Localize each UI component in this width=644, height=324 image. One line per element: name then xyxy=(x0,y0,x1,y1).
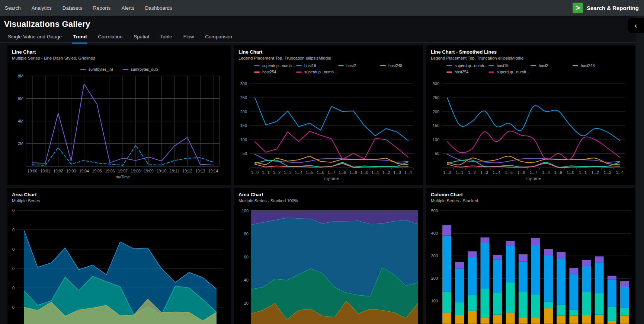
svg-text:1...1: 1...1 xyxy=(371,170,379,175)
area-chart-canvas[interactable]: 50100150200250300 xyxy=(12,206,225,324)
legend-label: host2 xyxy=(539,63,548,68)
svg-text:80: 80 xyxy=(244,232,249,236)
svg-text:2M: 2M xyxy=(18,141,23,146)
svg-text:19:08: 19:08 xyxy=(131,169,141,173)
chart-legend: superdup...numb...host19host2host248host… xyxy=(254,63,419,74)
legend-item[interactable]: superdup...numb... xyxy=(488,70,531,74)
dashboard-grid: Line ChartMultiple Series - Line Dash St… xyxy=(7,45,635,324)
nav-item-analytics[interactable]: Analytics xyxy=(32,5,52,11)
legend-swatch-icon xyxy=(380,65,386,66)
svg-text:1...2: 1...2 xyxy=(382,170,390,175)
svg-text:19:07: 19:07 xyxy=(118,169,128,173)
svg-text:1...3: 1...3 xyxy=(480,170,488,175)
tab-flow[interactable]: Flow xyxy=(183,33,194,42)
legend-item[interactable]: superdup...numb... xyxy=(446,63,488,68)
legend-swatch-icon xyxy=(446,65,452,66)
svg-text:1...4: 1...4 xyxy=(493,170,500,175)
top-nav-bar: SearchAnalyticsDatasetsReportsAlertsDash… xyxy=(0,0,644,16)
nav-item-datasets[interactable]: Datasets xyxy=(63,5,82,11)
line-chart-canvas[interactable]: 501001502002503001...01...11...21...31..… xyxy=(238,74,417,183)
tab-correlation[interactable]: Correlation xyxy=(98,33,122,42)
legend-item[interactable]: superdup...numb... xyxy=(296,70,338,74)
svg-text:400: 400 xyxy=(431,231,438,235)
svg-text:250: 250 xyxy=(433,95,439,100)
legend-item[interactable]: host19 xyxy=(296,63,338,68)
svg-text:1...3: 1...3 xyxy=(393,170,401,175)
svg-text:150: 150 xyxy=(433,123,439,128)
legend-item[interactable]: superdup...numb... xyxy=(254,63,296,68)
viz-panel-line-chart: Line ChartMultiple Series - Line Dash St… xyxy=(7,45,231,185)
svg-text:19:04: 19:04 xyxy=(79,169,89,173)
svg-text:100: 100 xyxy=(12,286,15,290)
legend-label: host248 xyxy=(388,63,402,68)
line-chart-canvas[interactable]: 501001502002503001...01...11...21...31..… xyxy=(431,74,629,183)
area100-chart-canvas[interactable]: 20406080100 xyxy=(238,206,419,324)
legend-item[interactable]: host254 xyxy=(254,70,296,74)
svg-text:1...5: 1...5 xyxy=(505,170,513,175)
chart-legend: superdup...numb...host19host2host248host… xyxy=(446,63,631,74)
nav-item-alerts[interactable]: Alerts xyxy=(121,5,134,11)
tab-table[interactable]: Table xyxy=(160,33,172,42)
legend-item[interactable]: host248 xyxy=(380,63,422,68)
svg-text:19:02: 19:02 xyxy=(53,169,63,173)
svg-text:1...4: 1...4 xyxy=(616,170,624,175)
legend-swatch-icon xyxy=(123,69,128,70)
legend-item[interactable]: host248 xyxy=(573,63,615,68)
panel-title: Area Chart xyxy=(238,192,419,198)
app-name[interactable]: Search & Reporting xyxy=(587,5,639,11)
nav-items: SearchAnalyticsDatasetsReportsAlertsDash… xyxy=(0,5,172,11)
svg-text:myTime: myTime xyxy=(526,176,541,181)
svg-text:100: 100 xyxy=(433,137,439,142)
svg-text:250: 250 xyxy=(12,228,15,232)
svg-text:300: 300 xyxy=(431,254,438,258)
svg-text:150: 150 xyxy=(240,123,247,128)
legend-swatch-icon xyxy=(254,72,260,73)
viz-panel-line-chart: Line ChartLegend Placement Top, Truncati… xyxy=(234,45,423,185)
chart-legend: sum(bytes_in)sum(bytes_out) xyxy=(12,66,226,73)
app-switcher[interactable]: > Search & Reporting xyxy=(573,3,644,13)
svg-text:40: 40 xyxy=(244,278,249,282)
chevron-left-icon[interactable]: ‹ xyxy=(628,18,644,33)
legend-swatch-icon xyxy=(488,72,494,73)
svg-text:19:12: 19:12 xyxy=(182,169,192,173)
svg-text:19:13: 19:13 xyxy=(195,169,205,173)
svg-text:1...1: 1...1 xyxy=(262,170,270,175)
legend-swatch-icon xyxy=(296,65,302,66)
nav-item-reports[interactable]: Reports xyxy=(93,5,110,11)
legend-label: host2 xyxy=(346,63,356,68)
panel-title: Line Chart xyxy=(12,49,226,55)
legend-label: superdup...numb... xyxy=(455,63,487,68)
panel-title: Area Chart xyxy=(12,192,226,198)
column-chart-canvas[interactable]: 100200300400500 xyxy=(431,206,631,324)
legend-item[interactable]: sum(bytes_out) xyxy=(123,67,158,72)
legend-item[interactable]: sum(bytes_in) xyxy=(80,67,113,72)
legend-label: superdup...numb... xyxy=(262,63,295,68)
svg-text:19:14: 19:14 xyxy=(208,169,218,173)
svg-text:200: 200 xyxy=(240,109,247,114)
tab-comparison[interactable]: Comparison xyxy=(205,33,232,42)
svg-text:19:01: 19:01 xyxy=(41,169,50,173)
panel-subtitle: Legend Placement Top, Truncation ellipsi… xyxy=(238,55,419,61)
legend-item[interactable]: host254 xyxy=(446,70,488,74)
nav-item-search[interactable]: Search xyxy=(5,5,21,11)
panel-subtitle: Multiple Series - Stacked xyxy=(431,198,631,204)
svg-text:19:09: 19:09 xyxy=(144,169,153,173)
legend-item[interactable]: host2 xyxy=(338,63,380,68)
line-chart-canvas[interactable]: 2M4M6M8M19:0019:0119:0219:0319:0419:0519… xyxy=(12,73,225,182)
svg-text:4M: 4M xyxy=(18,119,23,123)
tab-spatial[interactable]: Spatial xyxy=(134,33,149,42)
svg-text:150: 150 xyxy=(12,266,15,271)
svg-text:1...2: 1...2 xyxy=(273,170,281,175)
svg-text:1...9: 1...9 xyxy=(350,170,358,175)
tab-trend[interactable]: Trend xyxy=(73,33,87,42)
tab-single-value-and-gauge[interactable]: Single Value and Gauge xyxy=(8,33,62,42)
legend-label: host248 xyxy=(581,63,595,68)
svg-text:6M: 6M xyxy=(18,96,23,101)
legend-item[interactable]: host19 xyxy=(488,63,531,68)
legend-item[interactable]: host2 xyxy=(531,63,573,68)
svg-text:1...6: 1...6 xyxy=(317,170,324,175)
svg-text:300: 300 xyxy=(240,82,247,86)
svg-text:50: 50 xyxy=(243,151,247,156)
svg-text:19:11: 19:11 xyxy=(170,169,179,173)
nav-item-dashboards[interactable]: Dashboards xyxy=(145,5,172,11)
